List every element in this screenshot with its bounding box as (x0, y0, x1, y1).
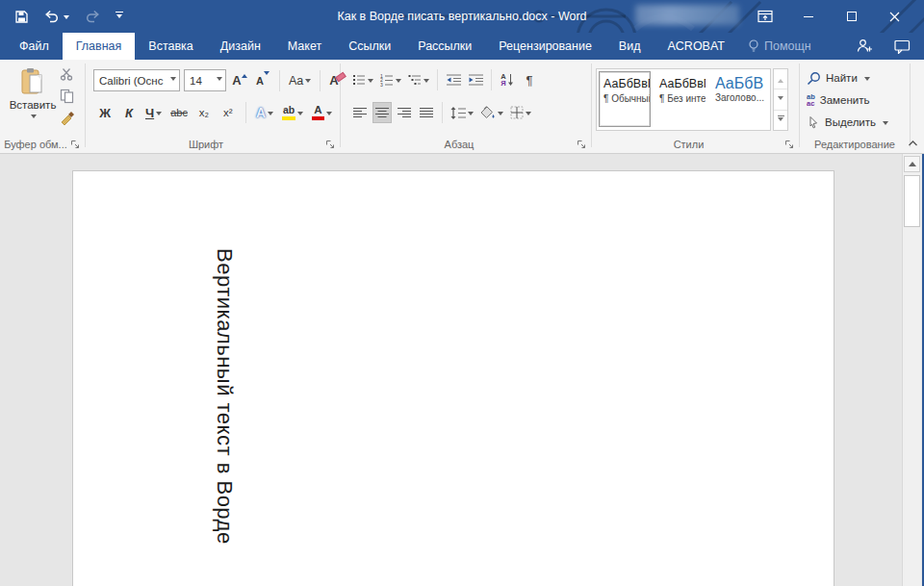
borders-dropdown-arrow-icon[interactable] (526, 112, 531, 118)
ribbon-display-options-button[interactable] (743, 0, 786, 33)
align-right-icon (398, 107, 411, 118)
tab-layout[interactable]: Макет (274, 33, 335, 60)
scrollbar-thumb[interactable] (904, 175, 920, 227)
tab-file[interactable]: Файл (6, 33, 63, 60)
format-painter-icon[interactable] (60, 112, 75, 127)
minimize-icon (804, 16, 813, 17)
select-button[interactable]: Выделить (807, 112, 888, 133)
vertical-scrollbar[interactable] (902, 154, 921, 586)
align-center-button[interactable] (372, 102, 392, 123)
borders-button[interactable] (508, 102, 533, 123)
align-right-button[interactable] (395, 102, 414, 123)
align-center-icon (375, 107, 389, 118)
subscript-button[interactable]: x₂ (194, 102, 214, 123)
vertical-text[interactable]: Вертикальный текст в Ворде (212, 248, 237, 545)
underline-dropdown-arrow-icon[interactable] (156, 112, 162, 118)
borders-icon (510, 106, 524, 119)
tab-acrobat[interactable]: ACROBAT (654, 33, 738, 60)
shading-dropdown-arrow-icon[interactable] (498, 112, 503, 118)
tab-view[interactable]: Вид (605, 33, 654, 60)
lightbulb-icon (748, 38, 759, 54)
font-size-combobox[interactable]: 14 (184, 69, 226, 91)
font-group-label: Шрифт (86, 139, 326, 150)
style-heading1[interactable]: АаБбВ Заголово... (710, 71, 768, 127)
style-no-spacing[interactable]: АаБбВвГг, ¶ Без инте... (654, 71, 706, 127)
sort-button[interactable]: АЯ (498, 69, 517, 90)
font-name-dropdown-arrow-icon (170, 77, 176, 84)
select-cursor-icon (807, 115, 820, 130)
tab-insert[interactable]: Вставка (135, 33, 206, 60)
bullets-button[interactable] (350, 69, 375, 90)
minimize-button[interactable] (786, 0, 830, 33)
text-effects-button[interactable]: А (254, 102, 275, 123)
shading-button[interactable] (478, 102, 505, 123)
tab-mailings[interactable]: Рассылки (404, 33, 485, 60)
styles-dialog-launcher[interactable] (783, 139, 795, 150)
italic-button[interactable]: К (119, 102, 139, 123)
superscript-button[interactable]: x² (218, 102, 238, 123)
close-button[interactable] (873, 0, 916, 33)
find-button[interactable]: Найти (807, 67, 870, 89)
increase-indent-button[interactable] (466, 69, 485, 90)
replace-icon: ab ac (807, 93, 815, 108)
change-case-button[interactable]: Aa (287, 70, 313, 91)
bullets-dropdown-arrow-icon[interactable] (368, 79, 373, 86)
shrink-font-arrow-icon (264, 71, 270, 78)
multilevel-list-button[interactable] (406, 69, 431, 90)
paint-bucket-icon (480, 106, 496, 119)
align-left-button[interactable] (350, 102, 370, 123)
decrease-indent-button[interactable] (444, 69, 463, 90)
tell-me-box[interactable]: Помощн (738, 33, 821, 60)
replace-button[interactable]: ab ac Заменить (807, 89, 869, 111)
font-name-combobox[interactable]: Calibri (Оснс (93, 69, 180, 91)
justify-icon (420, 107, 433, 118)
line-spacing-dropdown-arrow-icon[interactable] (468, 112, 474, 118)
show-paragraph-marks-button[interactable]: ¶ (520, 69, 539, 90)
justify-button[interactable] (417, 102, 436, 123)
chevron-up-icon (908, 140, 918, 147)
comments-icon[interactable] (894, 39, 911, 54)
ribbon: Вставить Буфер обм... (0, 60, 924, 154)
share-person-icon[interactable] (857, 38, 873, 54)
line-spacing-button[interactable] (449, 102, 475, 123)
search-icon (807, 71, 821, 86)
tab-review[interactable]: Рецензирование (485, 33, 605, 60)
bold-button[interactable]: Ж (95, 102, 115, 123)
paragraph-dialog-launcher[interactable] (576, 139, 587, 150)
tab-home[interactable]: Главная (63, 33, 136, 60)
grow-font-button[interactable]: A (230, 70, 249, 91)
font-color-button[interactable]: А (310, 102, 334, 123)
multilevel-dropdown-arrow-icon[interactable] (424, 79, 429, 86)
clipboard-group: Вставить Буфер обм... (0, 60, 85, 153)
paste-dropdown-arrow-icon[interactable] (31, 115, 37, 121)
find-dropdown-arrow-icon[interactable] (864, 77, 870, 84)
tab-design[interactable]: Дизайн (207, 33, 274, 60)
clipboard-group-label: Буфер обм... (0, 139, 71, 150)
grow-font-arrow-icon (242, 71, 247, 78)
styles-more-button[interactable] (774, 111, 787, 130)
clipboard-dialog-launcher[interactable] (69, 139, 81, 150)
highlight-color-button[interactable]: ab (280, 102, 305, 123)
select-dropdown-arrow-icon[interactable] (883, 121, 888, 128)
paste-button[interactable]: Вставить (8, 67, 58, 140)
numbering-button[interactable]: 123 (378, 69, 403, 90)
collapse-ribbon-button[interactable] (908, 138, 918, 149)
document-page[interactable]: Вертикальный текст в Ворде (72, 170, 834, 586)
style-normal[interactable]: АаБбВвГг, ¶ Обычный (599, 71, 651, 127)
cut-icon[interactable] (60, 67, 75, 81)
font-dialog-launcher[interactable] (324, 139, 336, 150)
tab-references[interactable]: Ссылки (335, 33, 404, 60)
strikethrough-button[interactable]: abc (168, 102, 190, 123)
change-case-dropdown-arrow-icon (305, 79, 311, 86)
underline-button[interactable]: Ч (143, 102, 164, 123)
numbering-dropdown-arrow-icon[interactable] (396, 79, 401, 86)
font-color-dropdown-arrow-icon[interactable] (326, 112, 332, 118)
scroll-up-button[interactable] (904, 156, 920, 172)
styles-scroll-up-button[interactable] (774, 69, 787, 89)
highlight-dropdown-arrow-icon[interactable] (297, 112, 303, 118)
shrink-font-button[interactable]: A (253, 70, 272, 91)
styles-group: АаБбВвГг, ¶ Обычный АаБбВвГг, ¶ Без инте… (592, 60, 799, 153)
styles-scroll-down-button[interactable] (774, 89, 787, 110)
copy-icon[interactable] (60, 89, 75, 104)
maximize-button[interactable] (830, 0, 873, 33)
